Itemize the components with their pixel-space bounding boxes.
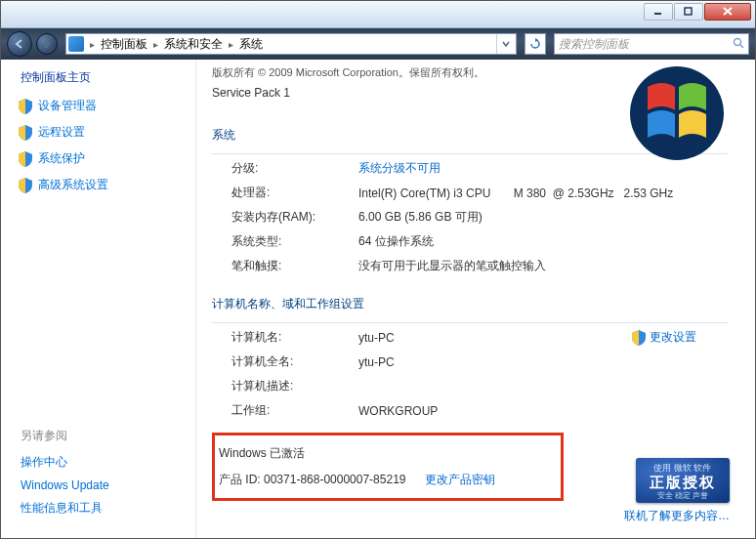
svg-point-4 [735, 38, 741, 45]
shield-icon [19, 178, 32, 193]
search-input[interactable]: 搜索控制面板 [554, 33, 749, 55]
change-product-key-link[interactable]: 更改产品密钥 [425, 472, 495, 488]
computer-name-label: 计算机名: [231, 329, 358, 346]
search-placeholder: 搜索控制面板 [559, 36, 629, 53]
crumb-system[interactable]: 系统 [237, 36, 265, 53]
sidebar-item-label: 系统保护 [38, 150, 85, 167]
ram-label: 安装内存(RAM): [231, 209, 358, 226]
sidebar-title[interactable]: 控制面板主页 [19, 69, 189, 86]
see-also-action-center[interactable]: 操作中心 [19, 454, 189, 471]
search-icon [733, 37, 744, 52]
control-panel-icon [68, 36, 84, 52]
cpu-value: Intel(R) Core(TM) i3 CPU M 380 @ 2.53GHz… [358, 187, 728, 200]
computer-fullname-label: 计算机全名: [231, 353, 358, 370]
activation-highlight-box: Windows 已激活 产品 ID: 00371-868-0000007-852… [212, 433, 564, 501]
pen-touch-label: 笔和触摸: [231, 258, 358, 274]
crumb-system-security[interactable]: 系统和安全 [162, 36, 225, 53]
svg-point-6 [630, 66, 724, 160]
chevron-right-icon[interactable]: ▸ [87, 39, 98, 50]
see-also-performance[interactable]: 性能信息和工具 [19, 500, 189, 517]
shield-icon [632, 330, 646, 346]
learn-more-link[interactable]: 联机了解更多内容 [624, 508, 730, 524]
sidebar-item-label: 高级系统设置 [38, 177, 108, 193]
change-settings-link[interactable]: 更改设置 [632, 329, 696, 346]
crumb-control-panel[interactable]: 控制面板 [99, 36, 149, 53]
genuine-badge[interactable]: 使用 微软 软件 正版授权 安全 稳定 声誉 [636, 458, 730, 503]
sidebar: 控制面板主页 设备管理器 远程设置 系统保护 高级系统设置 另请参阅 操作中心 … [1, 60, 196, 538]
forward-button[interactable] [36, 33, 58, 55]
computer-desc-label: 计算机描述: [231, 378, 358, 394]
window-titlebar [1, 1, 755, 28]
shield-icon [19, 151, 32, 167]
svg-line-5 [740, 45, 743, 48]
address-bar: ▸ 控制面板 ▸ 系统和安全 ▸ 系统 搜索控制面板 [1, 28, 755, 60]
shield-icon [19, 125, 32, 141]
ram-value: 6.00 GB (5.86 GB 可用) [358, 209, 728, 226]
see-also-title: 另请参阅 [19, 428, 189, 444]
sidebar-item-system-protection[interactable]: 系统保护 [19, 150, 189, 167]
main-panel: 版权所有 © 2009 Microsoft Corporation。保留所有权利… [196, 60, 755, 538]
sidebar-item-remote-settings[interactable]: 远程设置 [19, 124, 189, 141]
maximize-button[interactable] [674, 3, 703, 21]
chevron-right-icon[interactable]: ▸ [150, 39, 161, 50]
product-id-line: 产品 ID: 00371-868-0000007-85219 [219, 472, 405, 488]
breadcrumb[interactable]: ▸ 控制面板 ▸ 系统和安全 ▸ 系统 [65, 33, 517, 55]
workgroup-label: 工作组: [231, 402, 358, 419]
rating-label: 分级: [231, 160, 358, 177]
activation-status: Windows 已激活 [217, 445, 551, 462]
refresh-button[interactable] [525, 33, 546, 55]
windows-logo-icon [609, 60, 735, 167]
system-type-value: 64 位操作系统 [358, 233, 728, 250]
system-type-label: 系统类型: [231, 233, 358, 250]
section-computer-title: 计算机名称、域和工作组设置 [212, 296, 728, 312]
badge-line2: 正版授权 [636, 475, 730, 490]
minimize-button[interactable] [644, 3, 673, 21]
pen-touch-value: 没有可用于此显示器的笔或触控输入 [358, 258, 728, 274]
cpu-label: 处理器: [231, 185, 358, 201]
sidebar-item-label: 设备管理器 [38, 98, 97, 114]
computer-fullname-value: ytu-PC [358, 355, 728, 369]
sidebar-item-device-manager[interactable]: 设备管理器 [19, 98, 189, 114]
workgroup-value: WORKGROUP [358, 404, 728, 418]
sidebar-item-advanced-settings[interactable]: 高级系统设置 [19, 177, 189, 193]
shield-icon [19, 99, 32, 114]
sidebar-item-label: 远程设置 [38, 124, 85, 141]
breadcrumb-dropdown[interactable] [496, 34, 514, 54]
change-settings-label: 更改设置 [650, 329, 696, 346]
svg-rect-1 [685, 8, 692, 15]
back-button[interactable] [7, 31, 32, 57]
see-also-windows-update[interactable]: Windows Update [19, 478, 189, 492]
chevron-right-icon[interactable]: ▸ [226, 39, 236, 50]
close-button[interactable] [704, 3, 751, 21]
badge-line3: 安全 稳定 声誉 [636, 490, 730, 501]
